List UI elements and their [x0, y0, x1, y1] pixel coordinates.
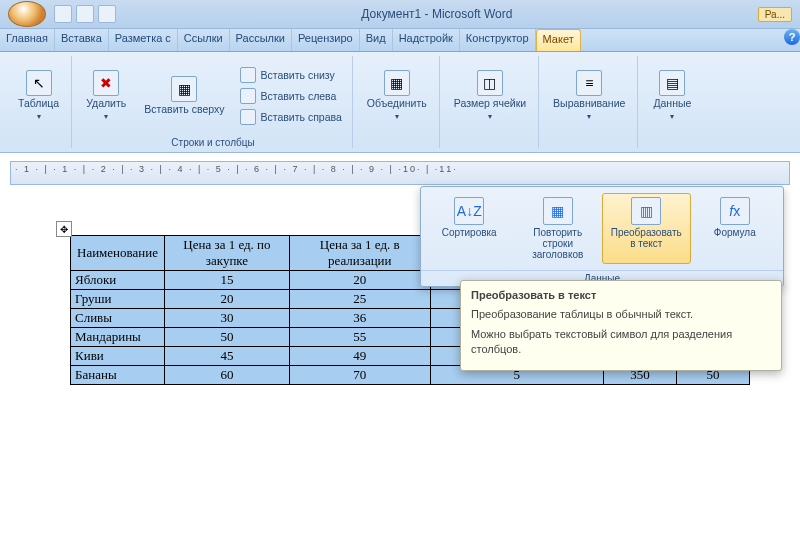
insert-above-icon: ▦	[171, 76, 197, 102]
tooltip-line: Преобразование таблицы в обычный текст.	[471, 307, 771, 321]
window-title: Документ1 - Microsoft Word	[116, 7, 758, 21]
delete-button[interactable]: ✖ Удалить ▾	[80, 66, 132, 125]
chevron-down-icon: ▾	[670, 112, 674, 121]
alignment-button[interactable]: ≡ Выравнивание ▾	[547, 66, 631, 125]
ribbon: ↖ Таблица ▾ ✖ Удалить ▾ ▦ Вставить сверх…	[0, 52, 800, 153]
contextual-tab-label: Ра...	[758, 7, 792, 22]
delete-icon: ✖	[93, 70, 119, 96]
ribbon-tabs: Главная Вставка Разметка с Ссылки Рассыл…	[0, 29, 800, 52]
tooltip-line: Можно выбрать текстовый символ для разде…	[471, 327, 771, 356]
insert-above-button[interactable]: ▦ Вставить сверху	[138, 72, 230, 120]
table-cell[interactable]: 60	[165, 366, 290, 385]
table-cell[interactable]: 20	[165, 290, 290, 309]
qat-save-icon[interactable]	[54, 5, 72, 23]
group-label-rows-cols: Строки и столбцы	[171, 137, 254, 148]
help-icon[interactable]: ?	[784, 29, 800, 45]
formula-button[interactable]: fx Формула	[691, 193, 780, 264]
tab-references[interactable]: Ссылки	[178, 29, 230, 51]
tab-review[interactable]: Рецензиро	[292, 29, 360, 51]
tab-mailings[interactable]: Рассылки	[230, 29, 292, 51]
convert-to-text-button[interactable]: ▥ Преобразовать в текст	[602, 193, 691, 264]
chevron-down-icon: ▾	[488, 112, 492, 121]
repeat-headers-icon: ▦	[543, 197, 573, 225]
tab-layout[interactable]: Разметка с	[109, 29, 178, 51]
chevron-down-icon: ▾	[587, 112, 591, 121]
cell-size-button[interactable]: ◫ Размер ячейки ▾	[448, 66, 532, 125]
convert-text-icon: ▥	[631, 197, 661, 225]
sort-button[interactable]: A↓Z Сортировка	[425, 193, 514, 264]
insert-right-button[interactable]: Вставить справа	[236, 107, 345, 127]
insert-right-icon	[240, 109, 256, 125]
cell-size-icon: ◫	[477, 70, 503, 96]
table-header-cell[interactable]: Цена за 1 ед. по закупке	[165, 236, 290, 271]
insert-left-button[interactable]: Вставить слева	[236, 86, 345, 106]
table-cell[interactable]: Сливы	[71, 309, 165, 328]
table-cell[interactable]: Бананы	[71, 366, 165, 385]
group-cell-size: ◫ Размер ячейки ▾	[442, 56, 539, 148]
data-dropdown-panel: A↓Z Сортировка ▦ Повторить строки заголо…	[420, 186, 784, 287]
data-icon: ▤	[659, 70, 685, 96]
table-cell[interactable]: 55	[289, 328, 430, 347]
tab-addins[interactable]: Надстройк	[393, 29, 460, 51]
chevron-down-icon: ▾	[395, 112, 399, 121]
table-cell[interactable]: 49	[289, 347, 430, 366]
qat-redo-icon[interactable]	[98, 5, 116, 23]
tooltip: Преобразовать в текст Преобразование таб…	[460, 280, 782, 371]
chevron-down-icon: ▾	[37, 112, 41, 121]
sort-icon: A↓Z	[454, 197, 484, 225]
table-cell[interactable]: 36	[289, 309, 430, 328]
qat-undo-icon[interactable]	[76, 5, 94, 23]
repeat-header-rows-button[interactable]: ▦ Повторить строки заголовков	[514, 193, 603, 264]
titlebar: Документ1 - Microsoft Word Ра...	[0, 0, 800, 29]
table-cell[interactable]: 50	[165, 328, 290, 347]
insert-left-icon	[240, 88, 256, 104]
group-table: ↖ Таблица ▾	[6, 56, 72, 148]
merge-icon: ▦	[384, 70, 410, 96]
select-table-button[interactable]: ↖ Таблица ▾	[12, 66, 65, 125]
horizontal-ruler[interactable]: · 1 · | · 1 · | · 2 · | · 3 · | · 4 · | …	[10, 161, 790, 185]
chevron-down-icon: ▾	[104, 112, 108, 121]
quick-access-toolbar	[54, 5, 116, 23]
table-cell[interactable]: 25	[289, 290, 430, 309]
group-rows-cols: ✖ Удалить ▾ ▦ Вставить сверху Вставить с…	[74, 56, 353, 148]
table-cell[interactable]: 70	[289, 366, 430, 385]
table-cell[interactable]: Мандарины	[71, 328, 165, 347]
table-header-cell[interactable]: Наименование	[71, 236, 165, 271]
table-cell[interactable]: Груши	[71, 290, 165, 309]
office-button[interactable]	[8, 1, 46, 27]
tab-insert[interactable]: Вставка	[55, 29, 109, 51]
tooltip-title: Преобразовать в текст	[471, 289, 771, 301]
table-header-cell[interactable]: Цена за 1 ед. в реализации	[289, 236, 430, 271]
table-cell[interactable]: Киви	[71, 347, 165, 366]
cursor-icon: ↖	[26, 70, 52, 96]
formula-icon: fx	[720, 197, 750, 225]
table-cell[interactable]: 15	[165, 271, 290, 290]
insert-below-icon	[240, 67, 256, 83]
table-cell[interactable]: 45	[165, 347, 290, 366]
data-button[interactable]: ▤ Данные ▾	[646, 66, 698, 125]
table-cell[interactable]: 20	[289, 271, 430, 290]
group-data: ▤ Данные ▾	[640, 56, 704, 148]
tab-view[interactable]: Вид	[360, 29, 393, 51]
alignment-icon: ≡	[576, 70, 602, 96]
group-merge: ▦ Объединить ▾	[355, 56, 440, 148]
table-cell[interactable]: 30	[165, 309, 290, 328]
merge-button[interactable]: ▦ Объединить ▾	[361, 66, 433, 125]
insert-below-button[interactable]: Вставить снизу	[236, 65, 345, 85]
tab-home[interactable]: Главная	[0, 29, 55, 51]
tab-table-layout[interactable]: Макет	[536, 29, 581, 51]
group-alignment: ≡ Выравнивание ▾	[541, 56, 638, 148]
table-move-handle-icon[interactable]: ✥	[56, 221, 72, 237]
table-cell[interactable]: Яблоки	[71, 271, 165, 290]
tab-design[interactable]: Конструктор	[460, 29, 536, 51]
